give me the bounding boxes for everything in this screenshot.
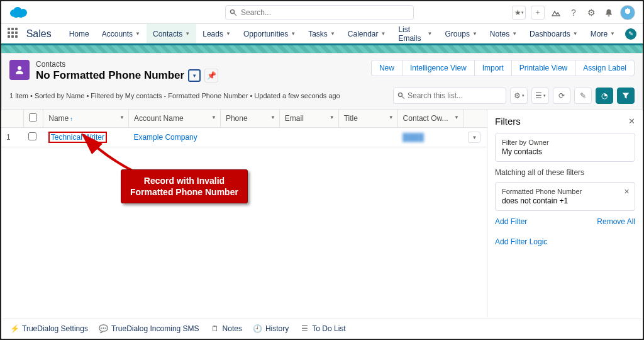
row-select-checkbox[interactable] [28, 132, 36, 140]
nav-item-calendar[interactable]: Calendar▼ [341, 24, 392, 43]
nav-end: ✎ [621, 28, 636, 40]
nav-item-groups[interactable]: Groups▼ [439, 24, 484, 43]
intelligence-view-button[interactable]: Intelligence View [402, 60, 475, 76]
nav-item-tasks[interactable]: Tasks▼ [302, 24, 341, 43]
refresh-button[interactable]: ⟳ [553, 88, 570, 104]
footer-item-label: TrueDialog Incoming SMS [111, 324, 199, 333]
chart-button[interactable]: ◔ [596, 88, 613, 104]
nav-item-dashboards[interactable]: Dashboards▼ [523, 24, 584, 43]
printable-view-button[interactable]: Printable View [511, 60, 576, 76]
assign-label-button[interactable]: Assign Label [575, 60, 635, 76]
nav-item-label: More [591, 30, 608, 38]
nav-item-accounts[interactable]: Accounts▼ [96, 24, 147, 43]
chevron-down-icon[interactable]: ▼ [454, 115, 459, 120]
chevron-down-icon[interactable]: ▼ [270, 115, 275, 120]
chevron-down-icon[interactable]: ▼ [119, 115, 125, 120]
nav-items: Home Accounts▼ Contacts▼ Leads▼ Opportun… [63, 24, 621, 43]
row-number: 1 [1, 128, 23, 147]
nav-item-opportunities[interactable]: Opportunities▼ [237, 24, 302, 43]
remove-criteria-icon[interactable]: ✕ [624, 188, 630, 196]
global-create-button[interactable]: ＋ [531, 6, 545, 20]
filter-criteria-card[interactable]: Formatted Phone Number does not contain … [495, 182, 635, 211]
pattern-band [1, 45, 643, 53]
annotation-text-2: Formatted Phone Number [130, 187, 238, 197]
column-label: Email [285, 114, 304, 123]
chevron-down-icon: ▼ [291, 31, 296, 37]
sort-asc-icon: ↑ [70, 116, 73, 122]
footer-item-label: History [265, 324, 289, 333]
record-name-link[interactable]: Technical Writer [48, 132, 107, 143]
header-actions: ★▾ ＋ ? ⚙ [512, 5, 635, 20]
col-account-name[interactable]: Account Name▼ [128, 110, 220, 128]
list-meta-line: 1 item • Sorted by Name • Filtered by My… [9, 92, 340, 99]
history-icon: 🕘 [253, 324, 262, 333]
cell-title [338, 128, 397, 147]
footer-truedialog-sms[interactable]: 💬TrueDialog Incoming SMS [99, 324, 199, 333]
row-actions-button[interactable]: ▼ [468, 132, 480, 143]
page-header: Contacts No Formatted Phone Number ▼ 📌 N… [1, 53, 643, 110]
nav-item-label: Calendar [348, 30, 379, 38]
list-search[interactable] [393, 88, 506, 104]
filter-owner-card[interactable]: Filter by Owner My contacts [495, 133, 635, 162]
col-email[interactable]: Email▼ [279, 110, 338, 128]
main-content: Name↑▼ Account Name▼ Phone▼ Email▼ Title… [1, 110, 643, 317]
remove-all-link[interactable]: Remove All [597, 217, 635, 226]
nav-item-label: Notes [490, 30, 509, 38]
list-search-input[interactable] [408, 91, 502, 100]
object-label: Contacts [36, 60, 218, 69]
add-filter-link[interactable]: Add Filter [495, 217, 527, 226]
match-all-label: Matching all of these filters [495, 168, 635, 177]
filter-button[interactable] [617, 88, 635, 104]
favorites-button[interactable]: ★▾ [512, 6, 526, 20]
display-as-button[interactable]: ☰ [531, 88, 549, 104]
help-icon[interactable]: ? [567, 6, 580, 19]
list-view-switcher[interactable]: ▼ [188, 69, 201, 82]
nav-item-listemails[interactable]: List Emails▼ [392, 24, 438, 43]
inline-edit-button[interactable]: ✎ [574, 88, 592, 104]
chevron-down-icon[interactable]: ▼ [330, 115, 335, 120]
footer-history[interactable]: 🕘History [253, 324, 289, 333]
table-row: 1 Technical Writer Example Company ████ … [1, 128, 487, 147]
list-view-controls-button[interactable]: ⚙ [510, 88, 528, 104]
nav-item-label: List Emails [398, 25, 425, 43]
footer-notes[interactable]: 🗒Notes [211, 324, 242, 333]
column-label: Phone [226, 114, 248, 123]
new-button[interactable]: New [371, 60, 402, 76]
footer-truedialog-settings[interactable]: ⚡TrueDialog Settings [10, 324, 88, 333]
add-filter-logic-link[interactable]: Add Filter Logic [495, 226, 635, 246]
global-search-input[interactable] [241, 8, 409, 17]
filters-title: Filters [495, 116, 521, 127]
col-title[interactable]: Title▼ [338, 110, 397, 128]
col-phone[interactable]: Phone▼ [220, 110, 279, 128]
col-name[interactable]: Name↑▼ [43, 110, 129, 128]
pin-list-view-button[interactable]: 📌 [204, 69, 218, 82]
edit-nav-icon[interactable]: ✎ [625, 28, 636, 40]
chevron-down-icon[interactable]: ▼ [389, 115, 394, 120]
footer-todo[interactable]: ☰To Do List [300, 324, 345, 333]
nav-item-leads[interactable]: Leads▼ [196, 24, 237, 43]
select-all-checkbox[interactable] [29, 113, 37, 122]
close-filters-icon[interactable]: ✕ [628, 116, 635, 126]
import-button[interactable]: Import [474, 60, 512, 76]
global-search[interactable] [225, 5, 414, 20]
cell-email [279, 128, 338, 147]
col-contact-owner[interactable]: Contact Ow...▼ [397, 110, 463, 128]
nav-item-more[interactable]: More▼ [584, 24, 621, 43]
setup-gear-icon[interactable]: ⚙ [585, 6, 597, 19]
filters-panel: Filters ✕ Filter by Owner My contacts Ma… [487, 110, 643, 317]
nav-item-notes[interactable]: Notes▼ [484, 24, 523, 43]
chat-icon: 💬 [99, 324, 108, 333]
nav-item-home[interactable]: Home [63, 24, 96, 43]
chevron-down-icon[interactable]: ▼ [211, 115, 216, 120]
salesforce-logo-icon [9, 6, 29, 20]
app-launcher-icon[interactable] [8, 28, 20, 40]
chevron-down-icon: ▼ [185, 31, 190, 37]
account-name-link[interactable]: Example Company [133, 133, 197, 142]
global-header: ★▾ ＋ ? ⚙ [1, 1, 643, 24]
nav-item-label: Leads [203, 30, 223, 38]
nav-item-contacts[interactable]: Contacts▼ [147, 24, 196, 45]
notifications-bell-icon[interactable] [602, 6, 615, 19]
annotation-text-1: Record with Invalid [144, 176, 225, 186]
user-avatar[interactable] [620, 5, 635, 20]
trailhead-icon[interactable] [550, 6, 562, 19]
